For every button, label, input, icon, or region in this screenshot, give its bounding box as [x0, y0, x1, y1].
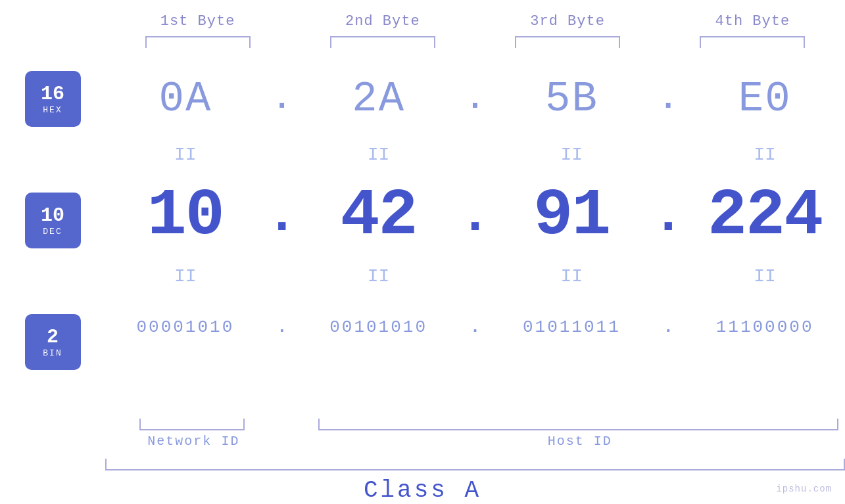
- net-bracket-wrap: [105, 419, 279, 430]
- bin-val-1: 00001010: [136, 317, 234, 337]
- eq-cell-7: II: [492, 267, 652, 286]
- dec-byte-3: 91: [492, 179, 652, 253]
- eq-symbol-8: II: [754, 267, 776, 286]
- dec-badge-label: DEC: [43, 227, 62, 237]
- dec-val-1: 10: [147, 179, 224, 253]
- hex-val-1: 0A: [158, 76, 212, 123]
- hex-badge: 16 HEX: [25, 71, 81, 127]
- dot-dec-2: .: [459, 186, 492, 246]
- bin-byte-2: 00101010: [299, 317, 459, 337]
- eq-symbol-3: II: [561, 146, 583, 164]
- eq-symbol-7: II: [561, 267, 583, 286]
- dot-hex-3: .: [652, 81, 685, 117]
- eq-cell-2: II: [299, 146, 459, 164]
- eq-cell-3: II: [492, 146, 652, 164]
- dot-bin-2: .: [459, 317, 492, 337]
- eq-row-1: II II II II: [105, 137, 845, 173]
- hex-badge-label: HEX: [43, 105, 62, 115]
- network-id-text: Network ID: [147, 434, 239, 449]
- eq-cell-1: II: [105, 146, 266, 164]
- bin-byte-3: 01011011: [492, 317, 652, 337]
- hex-byte-2: 2A: [299, 76, 459, 123]
- dot-hex-2: .: [459, 81, 492, 117]
- dec-byte-2: 42: [299, 179, 459, 253]
- dec-row: 10 . 42 . 91 . 224: [105, 173, 845, 258]
- top-bracket-1: [105, 36, 290, 48]
- hex-byte-1: 0A: [105, 76, 266, 123]
- network-id-label: Network ID: [105, 434, 282, 449]
- host-bracket-wrap: [312, 419, 845, 430]
- bottom-brackets-row: [105, 419, 845, 430]
- dec-byte-1: 10: [105, 179, 266, 253]
- dot-bin-1: .: [266, 317, 299, 337]
- dot-hex-1: .: [266, 81, 299, 117]
- hex-val-2: 2A: [352, 76, 405, 123]
- bin-badge: 2 BIN: [25, 314, 81, 370]
- dec-badge-num: 10: [41, 205, 64, 227]
- badges-column: 16 HEX 10 DEC 2 BIN: [0, 61, 105, 380]
- dec-val-3: 91: [533, 179, 610, 253]
- bin-badge-label: BIN: [43, 348, 62, 358]
- eq-symbol-1: II: [174, 146, 197, 164]
- outer-bracket: [105, 459, 845, 470]
- dot-spacer-1: [279, 419, 312, 430]
- hex-val-4: E0: [738, 76, 792, 123]
- bin-byte-4: 11100000: [685, 317, 845, 337]
- watermark: ipshu.com: [776, 484, 832, 494]
- hex-val-3: 5B: [545, 76, 598, 123]
- hex-byte-4: E0: [685, 76, 845, 123]
- byte-label-3: 3rd Byte: [475, 13, 660, 30]
- net-bracket: [139, 419, 245, 430]
- dot-spacer-2: [282, 434, 315, 449]
- byte-label-2: 2nd Byte: [290, 13, 475, 30]
- top-bracket-2: [290, 36, 475, 48]
- bin-row: 00001010 . 00101010 . 01011011 . 1110000…: [105, 294, 845, 360]
- bin-byte-1: 00001010: [105, 317, 266, 337]
- class-row: Class A: [0, 477, 845, 504]
- eq-cell-5: II: [105, 267, 266, 286]
- top-brackets-row: [0, 36, 845, 48]
- dec-byte-4: 224: [685, 179, 845, 253]
- host-id-text: Host ID: [548, 434, 612, 449]
- bin-val-2: 00101010: [329, 317, 427, 337]
- dec-val-4: 224: [708, 179, 822, 253]
- eq-symbol-2: II: [368, 146, 390, 164]
- bottom-section: Network ID Host ID: [0, 419, 845, 449]
- host-id-label: Host ID: [315, 434, 845, 449]
- eq-cell-8: II: [685, 267, 845, 286]
- content-area: 16 HEX 10 DEC 2 BIN: [0, 61, 845, 415]
- dot-dec-1: .: [266, 186, 299, 246]
- dot-dec-3: .: [652, 186, 685, 246]
- hex-badge-num: 16: [41, 83, 64, 105]
- eq-symbol-6: II: [368, 267, 390, 286]
- eq-symbol-4: II: [754, 146, 776, 164]
- outer-bracket-wrap: [0, 459, 845, 470]
- eq-row-2: II II II II: [105, 258, 845, 294]
- hex-badge-row: 16 HEX: [25, 61, 81, 137]
- label-row: Network ID Host ID: [105, 434, 845, 449]
- data-columns: 0A . 2A . 5B . E0 II: [105, 61, 845, 360]
- dec-badge: 10 DEC: [25, 193, 81, 248]
- hex-byte-3: 5B: [492, 76, 652, 123]
- top-bracket-4: [660, 36, 845, 48]
- eq-cell-6: II: [299, 267, 459, 286]
- bin-val-3: 01011011: [523, 317, 621, 337]
- top-bracket-3: [475, 36, 660, 48]
- eq-cell-4: II: [685, 146, 845, 164]
- dec-val-2: 42: [341, 179, 417, 253]
- byte-label-4: 4th Byte: [660, 13, 845, 30]
- bin-val-4: 11100000: [716, 317, 814, 337]
- dot-bin-3: .: [652, 317, 685, 337]
- byte-label-1: 1st Byte: [105, 13, 290, 30]
- dec-badge-row: 10 DEC: [25, 183, 81, 258]
- byte-labels-row: 1st Byte 2nd Byte 3rd Byte 4th Byte: [0, 13, 845, 30]
- bin-badge-row: 2 BIN: [25, 304, 81, 380]
- host-bracket: [318, 419, 838, 430]
- hex-row: 0A . 2A . 5B . E0: [105, 61, 845, 137]
- eq-symbol-5: II: [174, 267, 197, 286]
- bin-badge-num: 2: [47, 327, 59, 348]
- main-container: 1st Byte 2nd Byte 3rd Byte 4th Byte 16 H…: [0, 0, 845, 504]
- class-a-label: Class A: [364, 477, 481, 504]
